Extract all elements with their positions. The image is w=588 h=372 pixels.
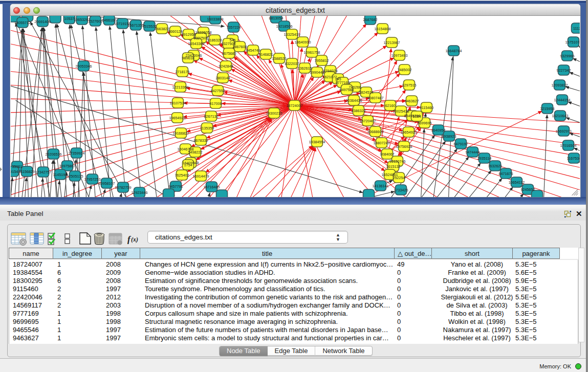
svg-text:417006: 417006 bbox=[210, 101, 222, 106]
svg-text:5498222: 5498222 bbox=[188, 150, 203, 155]
svg-text:2867608: 2867608 bbox=[233, 45, 247, 49]
svg-text:20691406: 20691406 bbox=[34, 19, 51, 24]
svg-text:2718176: 2718176 bbox=[176, 70, 190, 74]
svg-text:3215958: 3215958 bbox=[540, 106, 555, 111]
svg-text:15692971: 15692971 bbox=[556, 129, 572, 134]
svg-text:9146821: 9146821 bbox=[259, 52, 273, 57]
svg-text:18807249: 18807249 bbox=[374, 141, 390, 145]
svg-text:17359924: 17359924 bbox=[69, 151, 85, 156]
svg-text:13325419: 13325419 bbox=[284, 32, 300, 37]
svg-text:14136141: 14136141 bbox=[373, 184, 389, 188]
svg-text:10958107: 10958107 bbox=[99, 181, 115, 186]
svg-text:1135359: 1135359 bbox=[200, 126, 214, 130]
svg-text:12444154: 12444154 bbox=[554, 98, 571, 102]
svg-text:7625402: 7625402 bbox=[175, 173, 189, 178]
svg-text:16033809: 16033809 bbox=[207, 17, 224, 21]
svg-text:8938923: 8938923 bbox=[442, 134, 456, 139]
svg-text:1297515: 1297515 bbox=[402, 83, 417, 87]
svg-text:11156829: 11156829 bbox=[19, 169, 35, 174]
svg-text:20206536: 20206536 bbox=[46, 152, 62, 157]
svg-text:10688609: 10688609 bbox=[367, 129, 384, 134]
svg-text:15720407: 15720407 bbox=[360, 119, 376, 123]
svg-text:7485002: 7485002 bbox=[398, 68, 412, 72]
svg-text:16671355: 16671355 bbox=[127, 23, 144, 28]
svg-text:9463627: 9463627 bbox=[405, 99, 419, 103]
svg-text:1733426: 1733426 bbox=[394, 188, 408, 192]
svg-text:989618: 989618 bbox=[182, 56, 194, 60]
svg-text:10961758: 10961758 bbox=[304, 50, 320, 55]
svg-text:19384554: 19384554 bbox=[309, 140, 325, 144]
svg-text:1145194: 1145194 bbox=[53, 172, 67, 177]
svg-text:3675685: 3675685 bbox=[222, 51, 236, 56]
svg-text:1588520: 1588520 bbox=[272, 56, 287, 61]
svg-text:12213967: 12213967 bbox=[384, 40, 400, 45]
svg-text:18107534: 18107534 bbox=[170, 101, 186, 105]
svg-text:9327506: 9327506 bbox=[194, 36, 208, 40]
svg-text:9242848: 9242848 bbox=[219, 64, 233, 69]
svg-text:12093822: 12093822 bbox=[552, 83, 568, 87]
svg-text:14055712: 14055712 bbox=[14, 20, 31, 25]
svg-text:18640910: 18640910 bbox=[295, 40, 311, 45]
svg-text:15716485: 15716485 bbox=[204, 185, 220, 189]
svg-text:1167534: 1167534 bbox=[567, 156, 580, 161]
svg-text:9699695: 9699695 bbox=[418, 121, 432, 125]
svg-text:1754: 1754 bbox=[184, 163, 192, 167]
svg-text:12213369: 12213369 bbox=[172, 85, 189, 90]
svg-text:18724007: 18724007 bbox=[287, 103, 303, 108]
svg-text:12923446: 12923446 bbox=[132, 190, 148, 195]
svg-text:6794028: 6794028 bbox=[323, 69, 338, 73]
svg-text:19756928: 19756928 bbox=[396, 144, 412, 149]
svg-text:13226058: 13226058 bbox=[195, 30, 212, 35]
svg-text:6497568: 6497568 bbox=[340, 87, 354, 92]
svg-text:30975867: 30975867 bbox=[59, 164, 76, 168]
svg-text:8813054: 8813054 bbox=[269, 16, 284, 20]
svg-text:9329966: 9329966 bbox=[560, 54, 575, 58]
svg-text:2803144: 2803144 bbox=[216, 76, 230, 80]
svg-text:8322037: 8322037 bbox=[285, 61, 299, 66]
svg-text:19300215: 19300215 bbox=[266, 111, 282, 116]
svg-text:8267130: 8267130 bbox=[204, 114, 219, 119]
svg-text:20364436: 20364436 bbox=[346, 98, 362, 103]
svg-text:16543362: 16543362 bbox=[188, 41, 205, 46]
svg-text:2935114: 2935114 bbox=[477, 156, 491, 161]
svg-text:16120746: 16120746 bbox=[389, 159, 406, 164]
svg-text:10973493: 10973493 bbox=[391, 53, 408, 58]
svg-text:7357224: 7357224 bbox=[227, 25, 241, 30]
svg-text:8186328: 8186328 bbox=[208, 38, 222, 42]
svg-text:19218506: 19218506 bbox=[276, 24, 293, 29]
svg-text:9474444: 9474444 bbox=[466, 150, 480, 155]
svg-text:62160: 62160 bbox=[385, 103, 396, 108]
svg-text:9777169: 9777169 bbox=[336, 80, 350, 85]
svg-text:10537: 10537 bbox=[64, 16, 74, 21]
svg-text:16210643: 16210643 bbox=[552, 114, 569, 118]
svg-text:6479197: 6479197 bbox=[454, 142, 468, 146]
svg-text:19654923: 19654923 bbox=[169, 116, 186, 120]
svg-text:1527602: 1527602 bbox=[88, 19, 102, 24]
svg-text:12342757: 12342757 bbox=[35, 170, 52, 174]
svg-text:35061: 35061 bbox=[12, 164, 23, 169]
svg-text:2687682: 2687682 bbox=[363, 17, 378, 22]
svg-text:6664: 6664 bbox=[413, 114, 421, 119]
svg-text:3824534: 3824534 bbox=[359, 90, 374, 95]
svg-text:39154: 39154 bbox=[11, 169, 18, 174]
svg-text:9115460: 9115460 bbox=[420, 105, 433, 110]
svg-text:10654112: 10654112 bbox=[509, 180, 525, 185]
svg-text:(x): (x) bbox=[131, 236, 138, 243]
svg-text:252254: 252254 bbox=[393, 176, 405, 180]
svg-text:1112: 1112 bbox=[573, 26, 580, 31]
svg-text:9457791: 9457791 bbox=[169, 184, 183, 189]
svg-text:9227342: 9227342 bbox=[557, 68, 571, 73]
svg-text:10025438: 10025438 bbox=[393, 109, 409, 114]
svg-text:8454749: 8454749 bbox=[246, 48, 260, 53]
svg-text:1615132: 1615132 bbox=[386, 164, 401, 169]
svg-text:9245652: 9245652 bbox=[521, 187, 535, 192]
svg-text:19654923: 19654923 bbox=[401, 130, 417, 135]
svg-text:8660124: 8660124 bbox=[168, 29, 183, 34]
svg-text:19166827: 19166827 bbox=[173, 131, 189, 136]
svg-text:2386322: 2386322 bbox=[352, 108, 366, 113]
svg-text:1640954: 1640954 bbox=[431, 128, 446, 133]
svg-text:16914479: 16914479 bbox=[193, 174, 209, 179]
svg-text:12505135: 12505135 bbox=[67, 174, 83, 179]
svg-text:9084067: 9084067 bbox=[380, 152, 395, 157]
svg-text:8427552: 8427552 bbox=[211, 89, 225, 93]
